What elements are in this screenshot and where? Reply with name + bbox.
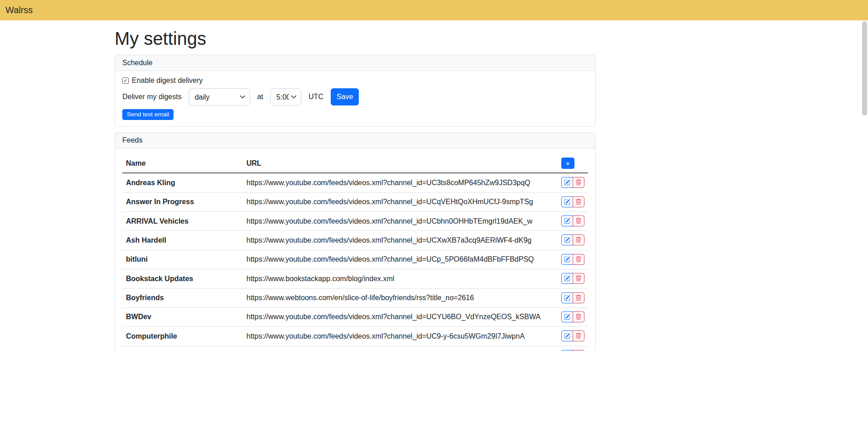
feeds-card-body: Name URL + Andreas Kling https://www.you… <box>115 148 595 351</box>
time-select[interactable]: 5:00 <box>270 88 301 105</box>
feed-name: Bookstack Updates <box>122 269 243 288</box>
pencil-square-icon <box>564 199 570 205</box>
trash-icon <box>575 295 582 301</box>
feed-actions-group <box>561 350 584 351</box>
send-test-email-button[interactable]: Send test email <box>122 109 174 120</box>
feed-actions-group <box>561 292 584 303</box>
utc-label: UTC <box>309 93 323 101</box>
feed-actions <box>558 269 588 288</box>
save-button[interactable]: Save <box>331 88 359 105</box>
feed-actions <box>558 327 588 346</box>
trash-icon <box>575 333 582 339</box>
trash-icon <box>575 199 582 205</box>
column-header-name: Name <box>122 154 243 173</box>
feed-name: Answer In Progress <box>122 192 243 211</box>
feed-name: Boyfriends <box>122 288 243 307</box>
content-area: My settings Schedule Enable digest deliv… <box>0 20 868 351</box>
feeds-table-body: Andreas Kling https://www.youtube.com/fe… <box>122 173 588 351</box>
brand-link[interactable]: Walrss <box>5 5 33 15</box>
pencil-square-icon <box>564 218 570 224</box>
delete-feed-button[interactable] <box>573 235 584 245</box>
delete-feed-button[interactable] <box>573 311 584 322</box>
delete-feed-button[interactable] <box>573 254 584 265</box>
schedule-card-body: Enable digest delivery Deliver my digest… <box>115 71 595 126</box>
feed-actions-group <box>561 330 584 341</box>
edit-feed-button[interactable] <box>561 292 573 303</box>
main-container: My settings Schedule Enable digest deliv… <box>115 28 596 351</box>
feed-actions-group <box>561 215 584 226</box>
feed-actions <box>558 192 588 211</box>
feed-name: Fireship <box>122 346 243 351</box>
delete-feed-button[interactable] <box>573 177 584 188</box>
deliver-label: Deliver my digests <box>122 93 182 101</box>
delete-feed-button[interactable] <box>573 350 584 351</box>
enable-digest-row: Enable digest delivery <box>122 77 588 85</box>
feed-row: Computerphile https://www.youtube.com/fe… <box>122 327 588 346</box>
feed-url: https://www.youtube.com/feeds/videos.xml… <box>243 346 558 351</box>
delete-feed-button[interactable] <box>573 273 584 284</box>
edit-feed-button[interactable] <box>561 273 573 284</box>
feed-name: bitluni <box>122 250 243 269</box>
feed-actions-group <box>561 273 584 284</box>
add-feed-button[interactable]: + <box>561 158 574 169</box>
feed-row: Answer In Progress https://www.youtube.c… <box>122 192 588 211</box>
feed-row: bitluni https://www.youtube.com/feeds/vi… <box>122 250 588 269</box>
enable-digest-checkbox[interactable] <box>122 77 129 84</box>
edit-feed-button[interactable] <box>561 350 573 351</box>
pencil-square-icon <box>564 275 570 282</box>
edit-feed-button[interactable] <box>561 330 573 341</box>
feed-actions-group <box>561 235 584 245</box>
feed-row: BWDev https://www.youtube.com/feeds/vide… <box>122 307 588 326</box>
delete-feed-button[interactable] <box>573 215 584 226</box>
feed-actions <box>558 173 588 192</box>
frequency-select-wrap: daily <box>189 88 250 105</box>
navbar: Walrss <box>0 0 868 20</box>
feed-actions <box>558 250 588 269</box>
edit-feed-button[interactable] <box>561 311 573 322</box>
delete-feed-button[interactable] <box>573 330 584 341</box>
at-label: at <box>257 93 263 101</box>
feed-name: ARRIVAL Vehicles <box>122 212 243 231</box>
edit-feed-button[interactable] <box>561 215 573 226</box>
vertical-scrollbar[interactable] <box>862 21 867 115</box>
feed-row: Boyfriends https://www.webtoons.com/en/s… <box>122 288 588 307</box>
schedule-card: Schedule Enable digest delivery Deliver … <box>115 55 596 127</box>
pencil-square-icon <box>564 256 570 263</box>
feed-actions <box>558 212 588 231</box>
feed-url: https://www.youtube.com/feeds/videos.xml… <box>243 250 558 269</box>
feed-url: https://www.youtube.com/feeds/videos.xml… <box>243 212 558 231</box>
edit-feed-button[interactable] <box>561 196 573 207</box>
delete-feed-button[interactable] <box>573 292 584 303</box>
column-header-actions: + <box>558 154 588 173</box>
feed-url: https://www.youtube.com/feeds/videos.xml… <box>243 173 558 192</box>
feeds-card: Feeds Name URL + And <box>115 132 596 351</box>
feed-row: Ash Hardell https://www.youtube.com/feed… <box>122 231 588 250</box>
enable-digest-label[interactable]: Enable digest delivery <box>132 77 203 85</box>
feeds-table-header-row: Name URL + <box>122 154 588 173</box>
feed-url: https://www.youtube.com/feeds/videos.xml… <box>243 192 558 211</box>
delete-feed-button[interactable] <box>573 196 584 207</box>
feed-row: Bookstack Updates https://www.bookstacka… <box>122 269 588 288</box>
edit-feed-button[interactable] <box>561 235 573 245</box>
trash-icon <box>575 179 582 186</box>
feed-actions <box>558 231 588 250</box>
feed-row: Andreas Kling https://www.youtube.com/fe… <box>122 173 588 192</box>
edit-feed-button[interactable] <box>561 254 573 265</box>
delivery-form-row: Deliver my digests daily at 5:00 <box>122 88 588 105</box>
trash-icon <box>575 256 582 263</box>
frequency-select[interactable]: daily <box>189 88 250 105</box>
page-title: My settings <box>115 28 596 49</box>
edit-feed-button[interactable] <box>561 177 573 188</box>
pencil-square-icon <box>564 237 570 243</box>
feed-url: https://www.youtube.com/feeds/videos.xml… <box>243 327 558 346</box>
feed-actions-group <box>561 196 584 207</box>
trash-icon <box>575 218 582 224</box>
feed-url: https://www.youtube.com/feeds/videos.xml… <box>243 231 558 250</box>
pencil-square-icon <box>564 179 570 186</box>
feed-name: BWDev <box>122 307 243 326</box>
feeds-table: Name URL + Andreas Kling https://www.you… <box>122 154 588 351</box>
pencil-square-icon <box>564 333 570 339</box>
feed-row: ARRIVAL Vehicles https://www.youtube.com… <box>122 212 588 231</box>
feeds-card-header: Feeds <box>115 133 595 148</box>
feed-name: Andreas Kling <box>122 173 243 192</box>
